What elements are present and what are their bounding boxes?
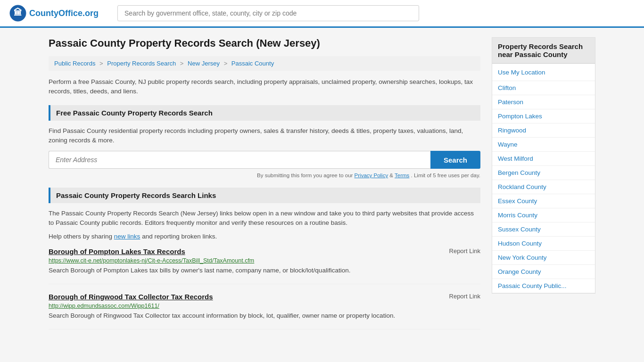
sidebar-item-orange-county[interactable]: Orange County (492, 265, 595, 279)
new-links-link[interactable]: new links (114, 233, 140, 240)
sidebar-item-bergen-county[interactable]: Bergen County (492, 166, 595, 180)
record-desc-2: Search Borough of Ringwood Tax Collector… (49, 311, 480, 321)
breadcrumb-public-records[interactable]: Public Records (54, 60, 95, 67)
sidebar-item-wayne[interactable]: Wayne (492, 138, 595, 152)
record-header-1: Borough of Pompton Lakes Tax Records Rep… (49, 247, 480, 255)
disclaimer-and: & (389, 173, 395, 178)
sidebar-item-morris-county[interactable]: Morris County (492, 208, 595, 222)
sidebar: Property Records Search near Passaic Cou… (492, 37, 595, 339)
logo-icon: 🏛 (9, 5, 26, 22)
sidebar-use-location: Use My Location (492, 64, 595, 81)
use-location-link[interactable]: Use My Location (498, 69, 545, 76)
site-header: 🏛 CountyOffice.org (0, 0, 644, 28)
record-title-2[interactable]: Borough of Ringwood Tax Collector Tax Re… (49, 293, 213, 301)
address-input[interactable] (49, 151, 430, 169)
sidebar-item-new-york-county[interactable]: New York County (492, 251, 595, 265)
free-search-header: Free Passaic County Property Records Sea… (49, 105, 480, 121)
record-desc-1: Search Borough of Pompton Lakes tax bill… (49, 266, 480, 275)
sidebar-item-hudson-county[interactable]: Hudson County (492, 237, 595, 251)
form-disclaimer: By submitting this form you agree to our… (49, 173, 480, 178)
logo-county: CountyOffice (29, 8, 83, 18)
breadcrumb-passaic-county[interactable]: Passaic County (231, 60, 274, 67)
sidebar-box: Property Records Search near Passaic Cou… (492, 37, 595, 294)
breadcrumb-property-records[interactable]: Property Records Search (107, 60, 176, 67)
sidebar-header: Property Records Search near Passaic Cou… (492, 38, 595, 64)
disclaimer-limit: . Limit of 5 free uses per day. (411, 173, 480, 178)
links-description: The Passaic County Property Records Sear… (49, 209, 480, 228)
record-title-1[interactable]: Borough of Pompton Lakes Tax Records (49, 247, 185, 255)
breadcrumb-sep-2: > (180, 60, 184, 67)
share-links-text: Help others by sharing new links and rep… (49, 233, 480, 240)
address-form: Search (49, 151, 480, 169)
report-broken-text: and reporting broken links. (142, 233, 217, 240)
search-description: Find Passaic County residential property… (49, 126, 480, 146)
logo-text: CountyOffice.org (29, 8, 99, 18)
report-link-1[interactable]: Report Link (449, 247, 480, 255)
links-section-header: Passaic County Property Records Search L… (49, 188, 480, 203)
header-search-input[interactable] (117, 5, 419, 21)
sidebar-item-west-milford[interactable]: West Milford (492, 152, 595, 166)
terms-link[interactable]: Terms (395, 173, 409, 178)
breadcrumb: Public Records > Property Records Search… (49, 56, 480, 71)
page-title: Passaic County Property Records Search (… (49, 37, 480, 49)
sidebar-item-essex-county[interactable]: Essex County (492, 194, 595, 208)
free-search-section: Free Passaic County Property Records Sea… (49, 105, 480, 179)
page-description: Perform a free Passaic County, NJ public… (49, 77, 480, 97)
record-entry-ringwood: Borough of Ringwood Tax Collector Tax Re… (49, 293, 480, 329)
help-text: Help others by sharing (49, 233, 112, 240)
sidebar-item-paterson[interactable]: Paterson (492, 95, 595, 109)
logo-org: .org (83, 8, 99, 18)
breadcrumb-sep-1: > (99, 60, 103, 67)
sidebar-item-rockland-county[interactable]: Rockland County (492, 180, 595, 194)
logo-area[interactable]: 🏛 CountyOffice.org (9, 5, 99, 22)
sidebar-item-ringwood[interactable]: Ringwood (492, 123, 595, 138)
sidebar-item-sussex-county[interactable]: Sussex County (492, 222, 595, 237)
breadcrumb-new-jersey[interactable]: New Jersey (188, 60, 220, 67)
links-section: Passaic County Property Records Search L… (49, 188, 480, 329)
sidebar-item-pompton-lakes[interactable]: Pompton Lakes (492, 109, 595, 123)
disclaimer-text: By submitting this form you agree to our (257, 173, 353, 178)
record-header-2: Borough of Ringwood Tax Collector Tax Re… (49, 293, 480, 301)
search-button[interactable]: Search (430, 151, 480, 169)
header-search-area (117, 5, 419, 21)
svg-text:🏛: 🏛 (14, 8, 22, 17)
main-content: Passaic County Property Records Search (… (49, 37, 480, 339)
record-entry-pompton-lakes: Borough of Pompton Lakes Tax Records Rep… (49, 247, 480, 284)
privacy-policy-link[interactable]: Privacy Policy (355, 173, 388, 178)
breadcrumb-sep-3: > (224, 60, 228, 67)
sidebar-item-clifton[interactable]: Clifton (492, 81, 595, 95)
record-url-2[interactable]: http://wipp.edmundsassoc.com/Wipp1611/ (49, 303, 480, 309)
report-link-2[interactable]: Report Link (449, 293, 480, 300)
sidebar-item-passaic-public[interactable]: Passaic County Public... (492, 279, 595, 293)
record-url-1[interactable]: https://www.cit-e.net/pomptonlakes-nj/Ci… (49, 257, 480, 264)
